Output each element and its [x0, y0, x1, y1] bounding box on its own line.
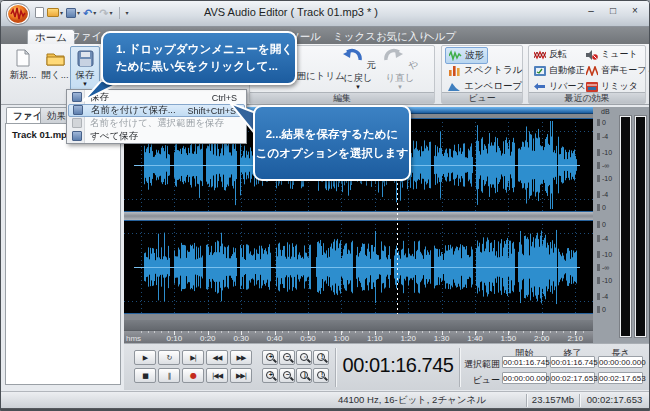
effect-autocorrect-button[interactable]: 自動修正	[531, 63, 588, 78]
view-waveform-button[interactable]: 波形	[445, 47, 488, 64]
chevron-down-icon: ▾	[93, 9, 96, 16]
tab-help[interactable]: ヘルプ	[417, 29, 463, 44]
menu-item-save-as[interactable]: 名前を付けて保存... Shift+Ctrl+S	[68, 104, 245, 117]
magnifier-icon: −	[283, 353, 291, 361]
timeline-tick-label: 2:10	[563, 334, 587, 343]
quick-new-button[interactable]	[35, 7, 44, 18]
go-to-start-button[interactable]: |◀◀	[206, 368, 228, 383]
chevron-down-icon: ▾	[109, 9, 112, 16]
timeline-tick-label: 1:50	[496, 334, 520, 343]
waveform-channel-right[interactable]	[124, 220, 593, 314]
redo-dropdown-arrow-icon[interactable]: ▼	[381, 85, 419, 90]
loop-icon: ↻	[167, 354, 172, 362]
audio-format-status: 44100 Hz, 16-ビット, 2チャンネル	[298, 394, 526, 407]
quick-redo-button[interactable]: ↷▾	[99, 8, 112, 18]
zoom-row1: +−▫!	[262, 350, 329, 365]
quick-undo-button[interactable]: ↶▾	[83, 8, 96, 18]
selection-panel: 開始 終了 長さ 選択範囲 ビュー 00:01:16.745 00:01:16.…	[462, 344, 649, 391]
restore-zoom-button[interactable]: !	[313, 350, 329, 365]
view-length-field[interactable]: 00:02:17.653	[598, 372, 643, 384]
save-icon	[77, 50, 94, 67]
magnifier-modifier: !	[318, 371, 326, 379]
timeline-ruler[interactable]: hms 0:100:200:300:400:501:001:101:201:30…	[124, 330, 593, 343]
customize-quick-access-button[interactable]: ▾	[126, 9, 129, 16]
chevron-down-icon: ▾	[126, 9, 129, 16]
maximize-button[interactable]: □	[605, 5, 621, 18]
selection-length-field[interactable]: 00:00:00.000	[598, 356, 643, 368]
db-scale-label: -4	[597, 133, 608, 140]
new-button[interactable]: 新規...	[8, 46, 38, 98]
effect-mute-button[interactable]: ミュート	[583, 47, 641, 62]
play-button[interactable]: ▶	[134, 350, 156, 365]
edit-group-label: 編集	[250, 92, 434, 103]
open-folder-icon	[46, 49, 65, 67]
undo-button[interactable]: 元に戻し ▼	[339, 48, 377, 90]
ribbon-tab-bar: ホーム ファイル ツール ミックス お気に入り ヘルプ	[1, 27, 649, 44]
redo-button[interactable]: やり直し ▼	[381, 48, 419, 90]
marker-strip[interactable]	[124, 320, 593, 330]
view-waveform-label: 波形	[465, 49, 484, 62]
rewind-button[interactable]: ◀◀	[206, 350, 228, 365]
undo-icon: ↶	[83, 8, 92, 18]
view-spectral-button[interactable]: スペクトラル	[445, 63, 525, 78]
undo-dropdown-arrow-icon[interactable]: ▼	[339, 85, 377, 90]
save-selection-icon	[68, 118, 86, 130]
effect-limiter-button[interactable]: リミッタ	[583, 79, 641, 94]
title-bar: ▾ ▾ ↶▾ ↷▾ ▾ AVS Audio Editor ( Track 01.…	[1, 1, 649, 27]
magnifier-modifier: +	[267, 371, 275, 379]
callout-step2-line1: 2...結果を保存するために	[255, 125, 409, 144]
db-scale-label: -4	[597, 235, 608, 242]
zoom-out-button[interactable]: −	[279, 350, 295, 365]
record-button[interactable]: ●	[182, 368, 204, 383]
timeline-tick-label: 0:10	[162, 334, 186, 343]
stop-icon: ■	[142, 372, 148, 380]
callout-step1-line2: ために黒い矢をクリックして...	[116, 58, 295, 75]
app-window: ▾ ▾ ↶▾ ↷▾ ▾ AVS Audio Editor ( Track 01.…	[0, 0, 650, 411]
timeline-tick-label: 2:00	[530, 334, 554, 343]
new-file-icon	[35, 7, 44, 18]
go-to-end-button[interactable]: ▶▶|	[230, 368, 252, 383]
effect-reverse-button[interactable]: リバース	[531, 79, 589, 94]
menu-item-save-all[interactable]: すべて保存	[68, 130, 245, 143]
vertical-zoom-in-button[interactable]: +	[262, 368, 278, 383]
magnifier-icon: |	[300, 371, 308, 379]
new-file-icon	[15, 49, 31, 67]
selection-end-field[interactable]: 00:01:16.745	[550, 356, 595, 368]
restore-vertical-zoom-button[interactable]: !	[313, 368, 329, 383]
chevron-down-icon: ▾	[60, 9, 63, 16]
selection-start-field[interactable]: 00:01:16.745	[502, 356, 547, 368]
play-to-end-button[interactable]: ▶|	[182, 350, 204, 365]
magnifier-icon: −	[283, 371, 291, 379]
minimize-button[interactable]: –	[583, 5, 599, 18]
stop-button[interactable]: ■	[134, 368, 156, 383]
waveform-icon	[449, 50, 462, 61]
record-icon: ●	[190, 371, 196, 380]
view-start-field[interactable]: 00:00:00.000	[502, 372, 547, 384]
effect-invert-button[interactable]: 反転	[531, 47, 570, 62]
zoom-in-button[interactable]: +	[262, 350, 278, 365]
magnifier-icon: !	[317, 371, 325, 379]
timeline-unit-label: hms	[126, 334, 141, 343]
voice-morphing-icon	[586, 66, 598, 76]
quick-open-button[interactable]: ▾	[47, 8, 63, 17]
db-scale-label: -10	[597, 277, 612, 284]
play-icon: ▶	[143, 354, 147, 362]
view-envelope-button[interactable]: エンベロープ	[445, 79, 525, 94]
selection-row-label: 選択範囲	[462, 358, 500, 371]
zoom-to-selection-button[interactable]: ▫	[296, 350, 312, 365]
timeline-tick-label: 1:20	[396, 334, 420, 343]
effect-morphing-button[interactable]: 音声モーフィング	[583, 63, 650, 78]
menu-item-label: 名前を付けて保存...	[87, 104, 187, 117]
view-end-field[interactable]: 00:02:17.653	[550, 372, 595, 384]
pause-button[interactable]: ‖	[158, 368, 180, 383]
vertical-zoom-out-button[interactable]: −	[279, 368, 295, 383]
close-button[interactable]: ×	[627, 5, 643, 18]
loop-button[interactable]: ↻	[158, 350, 180, 365]
menu-item-save-selection-as[interactable]: 名前を付けて、選択範囲を保存	[68, 117, 245, 130]
zoom-previous-button[interactable]: |	[296, 368, 312, 383]
current-time-display: 00:01:16.745	[339, 354, 457, 377]
quick-save-button[interactable]: ▾	[66, 8, 80, 18]
channel-divider[interactable]	[124, 212, 593, 220]
fast-forward-button[interactable]: ▶▶	[230, 350, 252, 365]
magnifier-icon: ▫	[300, 353, 308, 361]
